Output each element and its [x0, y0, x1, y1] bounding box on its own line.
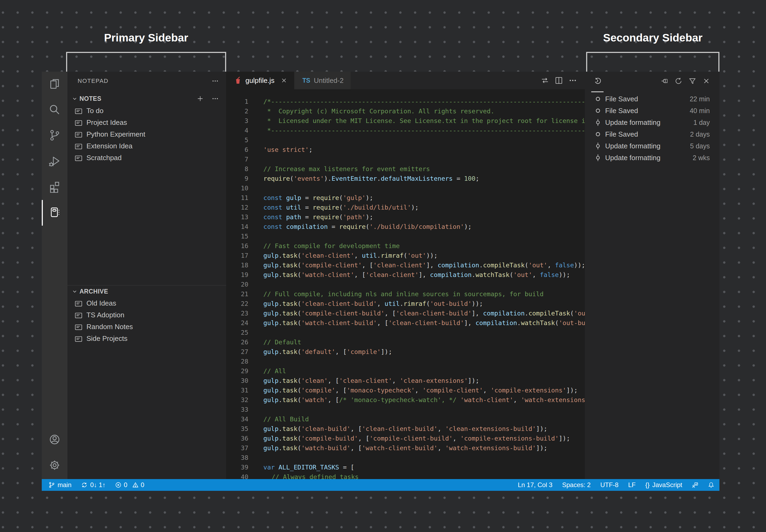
code-text: gulp.task('watch', [/* 'monaco-typecheck…: [248, 396, 585, 404]
code-line: 35gulp.task('clean-build', ['clean-clien…: [226, 424, 585, 434]
line-number: 38: [226, 453, 248, 462]
code-line: 8// Increase max listeners for event emi…: [226, 164, 585, 174]
code-text: gulp.task('compile-client', ['clean-clie…: [248, 261, 585, 269]
code-line: 7: [226, 155, 585, 164]
sidebar-title-bar: NOTEPAD: [67, 72, 226, 90]
code-text: gulp.task('clean', ['clean-client', 'cle…: [248, 377, 479, 384]
timeline-list: File Saved 22 min File Saved 40 min Upda: [585, 93, 719, 164]
code-text: // All Build: [248, 415, 309, 423]
warning-icon: [132, 482, 139, 488]
note-list-item[interactable]: Old Ideas: [67, 297, 226, 309]
new-note-button[interactable]: [197, 95, 204, 102]
code-line: 16// Fast compile for development time: [226, 241, 585, 251]
line-number: 3: [226, 116, 248, 126]
branch-status-item[interactable]: main: [48, 481, 71, 489]
notes-more-actions-button[interactable]: [212, 95, 219, 102]
note-label: Project Ideas: [86, 118, 127, 127]
activity-bar-top-group: [42, 72, 67, 226]
note-label: Python Experiment: [86, 130, 145, 138]
note-icon: [75, 336, 82, 341]
note-label: Extension Idea: [86, 142, 132, 150]
editor-tab[interactable]: TS Untitled-2: [294, 72, 351, 89]
history-icon[interactable]: [594, 77, 602, 85]
code-text: var ALL_EDITOR_TASKS = [: [248, 464, 354, 471]
line-number: 5: [226, 135, 248, 145]
code-line: 31gulp.task('compile', ['monaco-typechec…: [226, 385, 585, 395]
timeline-entry[interactable]: Update formatting 5 days: [585, 140, 719, 152]
timeline-entry-label: File Saved: [605, 95, 638, 103]
timeline-entry-label: Update formatting: [605, 154, 661, 162]
code-text: [248, 281, 263, 288]
cursor-position-item[interactable]: Ln 17, Col 3: [518, 481, 552, 489]
sync-icon: [81, 482, 87, 488]
line-number: 35: [226, 424, 248, 434]
code-text: /*--------------------------------------…: [248, 98, 585, 105]
activity-bar-item[interactable]: [42, 427, 67, 453]
note-icon: [75, 108, 82, 114]
archive-section-header[interactable]: ARCHIVE: [67, 286, 226, 297]
timeline-entry[interactable]: Update formatting 1 day: [585, 117, 719, 128]
eol-item[interactable]: LF: [628, 481, 636, 489]
activity-bar-item[interactable]: [42, 149, 67, 174]
sync-status-item[interactable]: 0↓ 1↑: [81, 481, 105, 489]
note-list-item[interactable]: Random Notes: [67, 321, 226, 333]
timeline-entry[interactable]: File Saved 2 days: [585, 128, 719, 140]
note-label: To do: [86, 107, 103, 115]
code-line: 5: [226, 135, 585, 145]
code-editor[interactable]: 1/*-------------------------------------…: [226, 89, 585, 479]
feedback-icon[interactable]: [692, 482, 698, 488]
code-text: [248, 406, 263, 413]
note-list-item[interactable]: Extension Idea: [67, 140, 226, 152]
line-number: 36: [226, 434, 248, 443]
bell-icon[interactable]: [708, 482, 714, 488]
primary-sidebar-annotation-label: Primary Sidebar: [66, 32, 226, 44]
note-icon: [75, 143, 82, 149]
timeline-entry[interactable]: File Saved 40 min: [585, 105, 719, 117]
problems-status-item[interactable]: 0 0: [115, 481, 144, 489]
activity-bar-item[interactable]: [42, 200, 67, 226]
tab-bar: gulpfile.js TS Untitled-2: [226, 72, 585, 89]
code-line: 33: [226, 405, 585, 414]
indentation-item[interactable]: Spaces: 2: [562, 481, 591, 489]
note-list-item[interactable]: Python Experiment: [67, 128, 226, 140]
code-line: 30gulp.task('clean', ['clean-client', 'c…: [226, 376, 585, 385]
note-list-item[interactable]: To do: [67, 105, 226, 117]
chevron-down-icon: [72, 288, 78, 294]
note-list-item[interactable]: Project Ideas: [67, 117, 226, 128]
timeline-entry[interactable]: Update formatting 2 wks: [585, 152, 719, 164]
open-changes-icon[interactable]: [541, 76, 549, 84]
code-text: // Fast compile for development time: [248, 242, 400, 250]
timeline-entry[interactable]: File Saved 22 min: [585, 93, 719, 105]
tab-label: gulpfile.js: [246, 76, 274, 85]
note-list-item[interactable]: Side Projects: [67, 333, 226, 344]
notes-section-header[interactable]: NOTES: [67, 92, 226, 105]
filter-icon[interactable]: [689, 77, 696, 85]
pin-icon[interactable]: [661, 77, 668, 85]
timeline-entry-label: Update formatting: [605, 118, 661, 127]
timeline-entry-time: 40 min: [690, 107, 710, 115]
activity-bar-item[interactable]: [42, 72, 67, 97]
line-number: 22: [226, 299, 248, 309]
note-list-item[interactable]: TS Adoption: [67, 309, 226, 321]
note-list-item[interactable]: Scratchpad: [67, 152, 226, 164]
more-actions-icon[interactable]: [569, 76, 577, 84]
line-number: 4: [226, 126, 248, 135]
line-number: 17: [226, 251, 248, 260]
language-item[interactable]: {}JavaScript: [645, 481, 682, 489]
encoding-item[interactable]: UTF-8: [600, 481, 619, 489]
code-line: 39var ALL_EDITOR_TASKS = [: [226, 462, 585, 472]
activity-bar-item[interactable]: [42, 453, 67, 479]
refresh-icon[interactable]: [675, 77, 682, 85]
close-panel-icon[interactable]: [703, 77, 710, 85]
activity-bar-item[interactable]: [42, 123, 67, 149]
activity-bar-item[interactable]: [42, 174, 67, 200]
close-tab-icon[interactable]: [281, 77, 287, 84]
code-text: gulp.task('watch-client-build', ['clean-…: [248, 319, 585, 327]
split-editor-icon[interactable]: [555, 76, 563, 84]
sidebar-more-actions-button[interactable]: [212, 78, 219, 84]
code-text: // All: [248, 367, 286, 375]
activity-bar-item[interactable]: [42, 97, 67, 123]
editor-tab[interactable]: gulpfile.js: [226, 72, 294, 89]
code-line: 10: [226, 183, 585, 193]
line-number: 24: [226, 318, 248, 328]
